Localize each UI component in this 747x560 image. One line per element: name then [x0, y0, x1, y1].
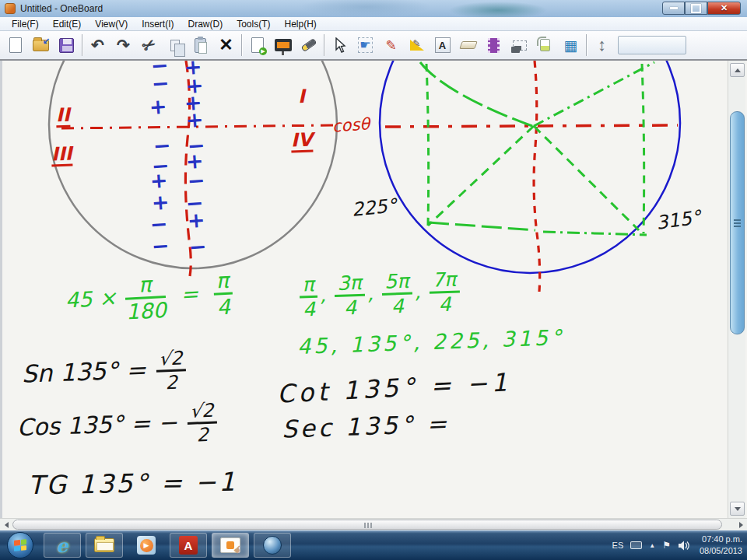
scroll-up-button[interactable]: [730, 63, 745, 77]
taskbar: e ▶ A ES ▲ ⚑ 07:40 p.m. 08/05/2013: [0, 530, 747, 560]
windows-flag-icon: [14, 539, 26, 551]
scroll-left-button[interactable]: [1, 520, 12, 530]
frac-3: 5π4: [381, 271, 413, 317]
clock[interactable]: 07:40 p.m. 08/05/2013: [696, 534, 742, 557]
pi-over-180: π180: [124, 273, 167, 323]
keyboard-icon[interactable]: [630, 541, 642, 549]
tray-time: 07:40 p.m.: [700, 534, 742, 545]
media-player-icon: ▶: [137, 536, 156, 555]
scroll-down-button[interactable]: [730, 502, 745, 516]
system-tray: ES ▲ ⚑ 07:40 p.m. 08/05/2013: [612, 530, 742, 560]
left-arrow-icon: [5, 522, 9, 528]
folder-icon: [94, 538, 114, 552]
quadrant-3-label: III: [51, 145, 73, 167]
equals-sign: =: [180, 282, 198, 306]
sec-equation: Sec 135° =: [281, 409, 450, 443]
sign-mark: −: [151, 233, 170, 259]
quadrantal-fractions: π4, 3π4, 5π4, 7π4: [296, 269, 463, 319]
scroll-right-button[interactable]: [735, 520, 746, 530]
right-arrow-icon: [739, 522, 743, 528]
volume-icon[interactable]: [678, 541, 689, 551]
taskbar-media-player[interactable]: ▶: [128, 533, 165, 558]
up-arrow-icon: [735, 68, 741, 72]
sign-mark: −: [187, 168, 206, 194]
frac-1: π4: [299, 275, 318, 320]
vertical-scroll-thumb[interactable]: [730, 111, 745, 334]
tan-equation: TG 135° = −1: [28, 467, 238, 501]
taskbar-oneboard[interactable]: [212, 533, 249, 558]
oneboard-icon: [220, 537, 240, 553]
sin-equation: Sn 135° = √22: [21, 348, 189, 397]
horizontal-scroll-thumb[interactable]: [12, 520, 722, 530]
sign-mark: +: [187, 208, 206, 233]
taskbar-sphere-app[interactable]: [254, 533, 291, 558]
hidden-icons-chevron[interactable]: ▲: [649, 542, 655, 549]
cos-axis-label: cosθ: [331, 114, 370, 135]
sign-mark: +: [185, 107, 205, 133]
taskbar-windows-explorer[interactable]: [86, 533, 123, 558]
down-arrow-icon: [735, 507, 741, 511]
times-sign: ×: [98, 285, 117, 310]
quadrant-1-label: I: [298, 87, 306, 107]
sign-mark: −: [188, 234, 208, 260]
start-button[interactable]: [7, 532, 33, 558]
quadrant-2-label: II: [56, 106, 71, 128]
pi-over-4: π4: [212, 269, 233, 317]
thumb-grip: [367, 523, 369, 528]
quadrant-4-label: IV: [291, 131, 313, 153]
sign-mark: −: [151, 71, 170, 96]
cos-equation: Cos 135° = − √22: [16, 401, 220, 450]
pinned-apps: e ▶ A: [44, 532, 291, 558]
adobe-reader-icon: A: [179, 536, 198, 555]
neg-sqrt2-over-2: √22: [187, 401, 218, 445]
frac-4: 7π4: [429, 269, 461, 314]
thumb-grip: [734, 219, 741, 221]
language-indicator[interactable]: ES: [612, 541, 624, 550]
frac-2: 3π4: [334, 273, 366, 318]
conv-lhs: 45: [65, 287, 93, 313]
horizontal-scrollbar[interactable]: [0, 518, 747, 530]
conversion-equation: 45 × π180 = π4: [65, 269, 237, 325]
sign-mark: +: [149, 94, 168, 120]
vertical-scrollbar[interactable]: [728, 61, 745, 518]
action-center-flag-icon[interactable]: ⚑: [662, 540, 671, 551]
internet-explorer-icon: e: [56, 534, 68, 557]
taskbar-adobe-reader[interactable]: A: [170, 533, 207, 558]
tray-date: 08/05/2013: [700, 545, 742, 557]
sqrt2-over-2: √22: [156, 348, 187, 392]
sphere-app-icon: [263, 536, 282, 555]
taskbar-internet-explorer[interactable]: e: [44, 533, 81, 558]
